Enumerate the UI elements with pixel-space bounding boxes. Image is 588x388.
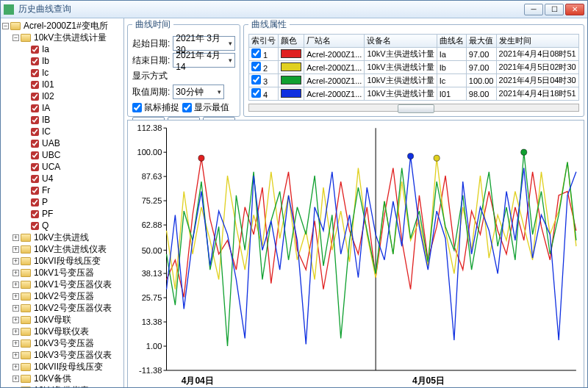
tree-checkbox[interactable] — [31, 198, 39, 206]
max-marker — [408, 153, 414, 159]
series-line — [167, 152, 576, 346]
tree-leaf[interactable]: IA — [23, 102, 123, 114]
table-row[interactable]: 1Acrel-2000Z1...10kV主供进线计量Ia97.002021年4月… — [249, 48, 579, 61]
tree-root[interactable]: −Acrel-2000Z1#变电所 — [2, 20, 123, 32]
tree-checkbox[interactable] — [31, 69, 39, 77]
time-panel: 曲线时间 起始日期: 2021年 3月30▾ 结束日期: 2021年 4月14▾… — [127, 18, 240, 117]
table-row[interactable]: 3Acrel-2000Z1...10kV主供进线计量Ic100.002021年4… — [249, 74, 579, 87]
tree-folder[interactable]: +10kV2号变压器 — [12, 290, 123, 302]
tree-folder[interactable]: +10kVI段母线压变 — [12, 255, 123, 267]
tree-folder[interactable]: +10kV母联仪表 — [12, 326, 123, 337]
row-checkbox[interactable] — [251, 48, 261, 58]
color-swatch — [281, 89, 301, 98]
row-checkbox[interactable] — [251, 75, 261, 85]
svg-text:75.25: 75.25 — [142, 196, 162, 205]
cursor-capture-checkbox[interactable]: 鼠标捕捉 — [132, 101, 179, 114]
column-header[interactable]: 颜色 — [279, 35, 304, 48]
column-header[interactable]: 厂站名 — [304, 35, 365, 48]
end-date-dropdown[interactable]: 2021年 4月14▾ — [173, 53, 235, 68]
minimize-button[interactable]: ─ — [524, 4, 543, 15]
properties-panel: 曲线属性 索引号颜色厂站名设备名曲线名最大值发生时间 1Acrel-2000Z1… — [243, 18, 584, 117]
tree-checkbox[interactable] — [31, 104, 39, 112]
horizontal-scrollbar[interactable] — [248, 104, 579, 112]
tree-folder[interactable]: +10kV3号变压器仪表 — [12, 349, 123, 361]
tree-checkbox[interactable] — [31, 46, 39, 54]
chart-area[interactable]: -11.381.0013.3825.7538.1350.0062.8875.25… — [127, 120, 584, 387]
chevron-down-icon: ▾ — [218, 88, 221, 96]
scrollbar-thumb[interactable] — [398, 104, 434, 113]
svg-text:13.38: 13.38 — [142, 317, 162, 326]
tree-leaf[interactable]: PF — [23, 208, 123, 220]
close-button[interactable]: ✕ — [565, 4, 584, 15]
tree-leaf[interactable]: Q — [23, 220, 123, 231]
tree-checkbox[interactable] — [31, 116, 39, 124]
tree-folder[interactable]: +10kV主供进线仪表 — [12, 243, 123, 255]
row-checkbox[interactable] — [251, 88, 261, 98]
tree-leaf[interactable]: I01 — [23, 79, 123, 90]
tree-folder[interactable]: +10kV3号变压器 — [12, 337, 123, 349]
end-date-label: 结束日期: — [132, 54, 170, 67]
tree-leaf[interactable]: IC — [23, 126, 123, 137]
tree-folder[interactable]: +10kV1号变压器 — [12, 267, 123, 279]
svg-text:-11.38: -11.38 — [139, 366, 162, 375]
tree-folder[interactable]: +10kV主供进线 — [12, 231, 123, 243]
svg-text:112.38: 112.38 — [137, 123, 162, 132]
tree-checkbox[interactable] — [31, 57, 39, 65]
tree-pane[interactable]: −Acrel-2000Z1#变电所−10kV主供进线计量IaIbIcI01I02… — [1, 18, 124, 387]
tree-folder[interactable]: +10kV母联 — [12, 314, 123, 326]
column-header[interactable]: 曲线名 — [437, 35, 466, 48]
chevron-down-icon: ▾ — [229, 57, 232, 64]
window-title: 历史曲线查询 — [18, 3, 524, 15]
tree-checkbox[interactable] — [31, 128, 39, 136]
time-legend: 曲线时间 — [132, 18, 173, 31]
tree-checkbox[interactable] — [31, 210, 39, 218]
show-max-checkbox[interactable]: 显示最值 — [182, 101, 229, 114]
column-header[interactable]: 最大值 — [466, 35, 496, 48]
svg-text:4月05日: 4月05日 — [412, 376, 445, 386]
tree-checkbox[interactable] — [31, 163, 39, 171]
table-row[interactable]: 2Acrel-2000Z1...10kV主供进线计量Ib97.002021年4月… — [249, 61, 579, 74]
tree-leaf[interactable]: UAB — [23, 137, 123, 149]
props-legend: 曲线属性 — [248, 18, 290, 31]
tree-checkbox[interactable] — [31, 222, 39, 230]
tree-folder[interactable]: +10kVII段母线压变 — [12, 361, 123, 373]
svg-text:38.13: 38.13 — [142, 269, 162, 278]
tree-leaf[interactable]: Fr — [23, 184, 123, 196]
titlebar: 历史曲线查询 ─ ☐ ✕ — [1, 1, 587, 18]
tree-leaf[interactable]: Ia — [23, 43, 123, 55]
tree-leaf[interactable]: P — [23, 196, 123, 208]
row-checkbox[interactable] — [251, 62, 261, 71]
svg-text:4月04日: 4月04日 — [182, 376, 214, 386]
column-header[interactable]: 设备名 — [365, 35, 437, 48]
start-date-label: 起始日期: — [132, 37, 170, 50]
tree-leaf[interactable]: I02 — [23, 90, 123, 102]
tree-folder[interactable]: +10kV备供 — [12, 373, 123, 384]
tree-checkbox[interactable] — [31, 93, 39, 101]
tree-checkbox[interactable] — [31, 140, 39, 148]
tree-node[interactable]: −10kV主供进线计量 — [12, 32, 123, 43]
tree-leaf[interactable]: UCA — [23, 161, 123, 173]
tree-leaf[interactable]: IB — [23, 114, 123, 126]
column-header[interactable]: 发生时间 — [496, 35, 578, 48]
max-marker — [198, 155, 204, 161]
tree-checkbox[interactable] — [31, 151, 39, 159]
table-row[interactable]: 4Acrel-2000Z1...10kV主供进线计量I0198.002021年4… — [249, 87, 579, 101]
maximize-button[interactable]: ☐ — [545, 4, 564, 15]
tree-leaf[interactable]: Ib — [23, 55, 123, 67]
tree-leaf[interactable]: Ic — [23, 67, 123, 79]
tree-folder[interactable]: +10kV1号变压器仪表 — [12, 279, 123, 290]
column-header[interactable]: 索引号 — [249, 35, 279, 48]
tree-folder[interactable]: +10kV2号变压器仪表 — [12, 302, 123, 314]
tree-leaf[interactable]: UBC — [23, 149, 123, 161]
period-label: 取值周期: — [132, 86, 170, 98]
tree-folder[interactable]: +10kV备供仪表 — [12, 384, 123, 387]
tree-checkbox[interactable] — [31, 175, 39, 183]
app-icon — [4, 4, 14, 15]
tree-leaf[interactable]: U4 — [23, 173, 123, 184]
display-mode-label: 显示方式 — [132, 70, 235, 82]
svg-text:25.75: 25.75 — [142, 293, 162, 302]
properties-table: 索引号颜色厂站名设备名曲线名最大值发生时间 1Acrel-2000Z1...10… — [248, 34, 579, 101]
tree-checkbox[interactable] — [31, 81, 39, 89]
period-dropdown[interactable]: 30分钟▾ — [173, 85, 224, 99]
tree-checkbox[interactable] — [31, 187, 39, 195]
